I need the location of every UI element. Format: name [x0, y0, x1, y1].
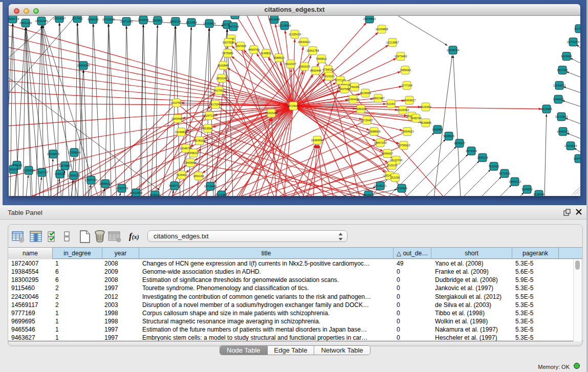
svg-text:1733426: 1733426	[396, 187, 407, 190]
svg-text:1244415: 1244415	[553, 98, 563, 101]
svg-text:7986322: 7986322	[355, 107, 366, 111]
svg-text:11156829: 11156829	[23, 169, 35, 172]
svg-text:16648794: 16648794	[447, 49, 459, 52]
svg-text:16961758: 16961758	[307, 49, 319, 52]
svg-text:1527602: 1527602	[72, 17, 82, 20]
svg-text:9245012: 9245012	[149, 193, 160, 196]
svg-text:10973493: 10973493	[395, 55, 407, 58]
svg-text:6466160: 6466160	[88, 18, 98, 21]
svg-text:9135084: 9135084	[533, 193, 544, 196]
svg-text:16154808: 16154808	[376, 28, 388, 31]
svg-text:15720407: 15720407	[361, 119, 373, 122]
svg-text:8912954: 8912954	[186, 21, 197, 24]
svg-text:1498222: 1498222	[188, 151, 199, 155]
svg-text:746266: 746266	[350, 85, 359, 89]
svg-text:10654112: 10654112	[509, 180, 521, 183]
svg-text:9474444: 9474444	[466, 149, 476, 152]
svg-text:5875685: 5875685	[222, 52, 233, 55]
svg-text:15409948: 15409948	[184, 161, 197, 164]
svg-text:1588520: 1588520	[273, 56, 284, 59]
svg-text:2367608: 2367608	[235, 45, 246, 48]
svg-text:18724007: 18724007	[287, 104, 299, 107]
svg-text:6039695: 6039695	[420, 121, 431, 124]
svg-text:12505135: 12505135	[68, 174, 80, 177]
svg-text:16640910: 16640910	[298, 40, 310, 43]
svg-text:8471626: 8471626	[499, 172, 510, 175]
svg-text:8322037: 8322037	[285, 62, 296, 65]
svg-text:7625402: 7625402	[176, 173, 187, 177]
svg-text:7357224: 7357224	[228, 25, 238, 28]
svg-text:1117894: 1117894	[574, 27, 580, 30]
svg-text:19756923: 19756923	[398, 144, 410, 147]
svg-text:12213967: 12213967	[386, 41, 399, 44]
svg-text:3215955: 3215955	[541, 107, 552, 111]
svg-text:16210643: 16210643	[555, 115, 568, 118]
svg-text:10463627: 10463627	[403, 99, 416, 102]
svg-text:14136141: 14136141	[374, 184, 386, 187]
svg-text:9115460: 9115460	[420, 105, 431, 108]
svg-text:10688609: 10688609	[368, 130, 380, 133]
svg-text:252254: 252254	[390, 176, 400, 179]
svg-text:16033809: 16033809	[203, 22, 215, 25]
svg-text:2935114: 2935114	[477, 156, 488, 159]
svg-text:20091406: 20091406	[35, 19, 48, 23]
svg-text:8813054: 8813054	[229, 16, 240, 16]
svg-text:15751074: 15751074	[567, 40, 579, 43]
svg-text:8813054: 8813054	[269, 18, 279, 21]
svg-text:16671355: 16671355	[120, 20, 133, 23]
svg-text:1615132: 1615132	[386, 164, 397, 167]
svg-text:10719155: 10719155	[102, 18, 115, 21]
svg-text:1621022: 1621022	[323, 75, 334, 78]
svg-text:18807249: 18807249	[374, 141, 386, 144]
svg-text:8427552: 8427552	[213, 89, 224, 92]
svg-text:12093572: 12093572	[553, 84, 565, 87]
svg-text:1145194: 1145194	[54, 172, 65, 176]
svg-text:3624554: 3624554	[360, 92, 371, 95]
svg-text:6794028: 6794028	[322, 68, 333, 71]
svg-text:10807487: 10807487	[372, 97, 384, 100]
svg-text:8578334: 8578334	[194, 139, 205, 142]
svg-text:8454749: 8454749	[248, 48, 259, 51]
svg-text:10025453: 10025453	[397, 108, 409, 112]
svg-text:17957255: 17957255	[85, 179, 97, 182]
svg-text:1362615: 1362615	[299, 65, 310, 68]
svg-text:6497568: 6497568	[339, 87, 350, 91]
svg-text:10653287: 10653287	[53, 17, 66, 20]
svg-text:20891406: 20891406	[19, 21, 32, 25]
svg-text:13267130: 13267130	[203, 114, 215, 117]
svg-text:8990448: 8990448	[310, 69, 321, 72]
svg-text:19166827: 19166827	[175, 130, 187, 134]
svg-text:19654983: 19654983	[171, 117, 184, 120]
svg-text:17016504: 17016504	[564, 144, 577, 147]
svg-text:9242848: 9242848	[217, 64, 228, 67]
svg-text:6879197: 6879197	[454, 142, 465, 145]
svg-text:9245652: 9245652	[521, 188, 532, 191]
svg-text:5938923: 5938923	[443, 135, 454, 138]
svg-text:15716485: 15716485	[204, 185, 216, 188]
svg-text:9084067: 9084067	[382, 152, 393, 155]
svg-text:653594: 653594	[203, 127, 212, 130]
svg-text:10107553: 10107553	[170, 101, 183, 104]
svg-text:9227342: 9227342	[557, 69, 568, 72]
svg-text:7515546: 7515546	[138, 18, 148, 21]
svg-text:7485063: 7485063	[400, 69, 410, 72]
svg-text:1167534: 1167534	[573, 157, 580, 160]
svg-text:1277164: 1277164	[401, 84, 412, 87]
svg-text:8660124: 8660124	[170, 20, 181, 23]
svg-text:20206575: 20206575	[47, 152, 59, 156]
svg-text:7563822: 7563822	[152, 19, 163, 22]
svg-text:21364436: 21364436	[347, 98, 359, 101]
svg-text:39154: 39154	[9, 168, 17, 171]
svg-text:20053346: 20053346	[77, 64, 90, 67]
svg-text:17359934: 17359934	[68, 151, 80, 154]
svg-text:7955812: 7955812	[316, 57, 326, 60]
svg-text:417006: 417006	[211, 103, 220, 106]
svg-text:1691144: 1691144	[193, 174, 204, 178]
svg-text:19654923: 19654923	[401, 130, 413, 133]
svg-text:9463627: 9463627	[363, 193, 374, 196]
svg-text:23302085: 23302085	[265, 112, 277, 115]
svg-text:16782759: 16782759	[116, 187, 128, 190]
svg-text:19218506: 19218506	[278, 24, 291, 27]
svg-text:1272384: 1272384	[216, 193, 227, 196]
svg-text:9146821: 9146821	[260, 52, 271, 55]
